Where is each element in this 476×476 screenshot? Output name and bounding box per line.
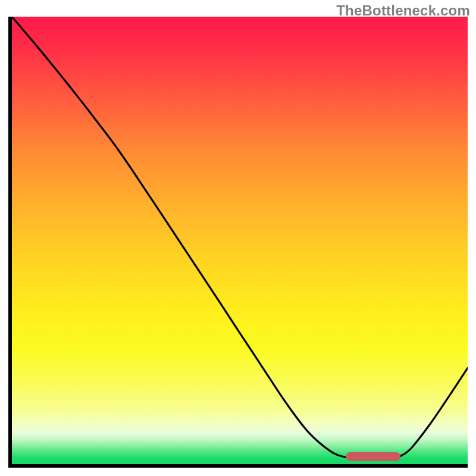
chart-container: TheBottleneck.com	[0, 0, 476, 476]
x-axis	[8, 464, 468, 468]
optimal-range-marker	[346, 452, 400, 461]
watermark-text: TheBottleneck.com	[336, 2, 470, 19]
bottleneck-curve	[12, 17, 468, 464]
y-axis	[8, 17, 12, 468]
plot-area	[12, 17, 468, 464]
